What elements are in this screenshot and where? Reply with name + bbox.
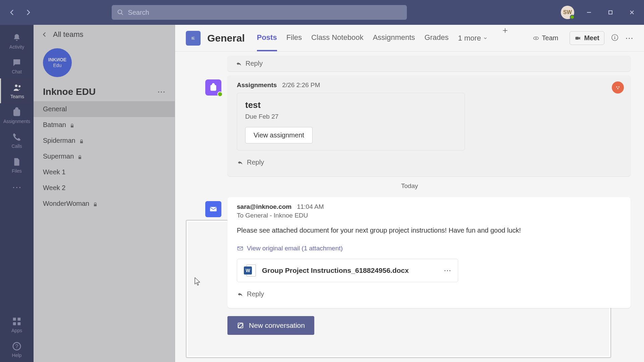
svg-rect-15 (80, 141, 83, 143)
channel-week-2[interactable]: Week 2 (34, 180, 175, 196)
assignment-avatar (205, 79, 221, 96)
tab-grades[interactable]: Grades (424, 25, 448, 51)
svg-rect-16 (78, 157, 81, 159)
reply-button[interactable]: Reply (237, 155, 621, 170)
presence-indicator (217, 92, 223, 97)
new-conversation-button[interactable]: New conversation (227, 316, 314, 335)
titlebar: Search SW (0, 0, 644, 25)
message-author: Assignments (237, 81, 277, 89)
chevron-left-icon (42, 32, 48, 38)
svg-point-6 (15, 84, 17, 87)
nav-back-button[interactable] (5, 6, 19, 19)
messages-list: Reply Assignments 2/26 2:26 PM test (175, 52, 644, 362)
assignment-due: Due Feb 27 (245, 113, 457, 120)
svg-point-27 (619, 86, 620, 87)
channel-label: General (43, 105, 67, 113)
team-avatar[interactable]: INKИOE Edu (43, 48, 72, 77)
phone-icon (12, 132, 22, 142)
svg-point-21 (535, 38, 536, 39)
compose-icon (237, 322, 244, 329)
lock-icon (77, 154, 83, 159)
tab-class-notebook[interactable]: Class Notebook (311, 25, 363, 51)
svg-rect-17 (94, 204, 97, 206)
info-icon (611, 34, 619, 41)
file-icon (12, 157, 22, 167)
help-icon: ? (12, 341, 22, 351)
content-area: IE General Posts Files Class Notebook As… (175, 25, 644, 362)
team-button[interactable]: Team (528, 32, 563, 45)
tab-files[interactable]: Files (286, 25, 302, 51)
rail-help[interactable]: ? Help (0, 337, 34, 362)
info-button[interactable] (611, 34, 619, 43)
assignment-card[interactable]: test Due Feb 27 View assignment (237, 93, 465, 150)
channel-label: Spiderman (43, 137, 75, 144)
channel-week-1[interactable]: Week 1 (34, 164, 175, 180)
channel-batman[interactable]: Batman (34, 117, 175, 133)
minimize-button[interactable] (582, 6, 596, 19)
envelope-icon (209, 205, 218, 214)
svg-rect-14 (71, 125, 73, 127)
close-button[interactable] (625, 6, 639, 19)
tab-posts[interactable]: Posts (257, 25, 277, 51)
tab-assignments[interactable]: Assignments (373, 25, 415, 51)
svg-text:?: ? (15, 343, 18, 349)
attachment-card[interactable]: W Group Project Instructions_618824956.d… (237, 259, 458, 282)
view-assignment-button[interactable]: View assignment (245, 127, 313, 143)
search-input[interactable]: Search (112, 5, 407, 20)
svg-rect-29 (210, 207, 217, 212)
rail-calls[interactable]: Calls (0, 128, 34, 153)
channel-title: General (207, 33, 245, 44)
chat-icon (12, 58, 22, 68)
email-from: sara@inknoe.com (237, 203, 291, 210)
tab-more[interactable]: 1 more (458, 25, 488, 51)
lock-icon (79, 138, 84, 143)
meet-button[interactable]: Meet (570, 31, 604, 45)
svg-point-0 (118, 10, 122, 14)
channel-wonderwoman[interactable]: WonderWoman (34, 196, 175, 212)
channel-label: Superman (43, 153, 74, 160)
reply-button[interactable]: Reply (227, 56, 631, 71)
svg-rect-8 (13, 318, 16, 321)
channel-superman[interactable]: Superman (34, 148, 175, 164)
teams-icon (12, 82, 22, 93)
lock-icon (69, 122, 75, 128)
rail-chat[interactable]: Chat (0, 54, 34, 78)
reply-button[interactable]: Reply (237, 286, 621, 302)
attachment-more-button[interactable]: ⋯ (444, 266, 451, 275)
rail-apps[interactable]: Apps (0, 312, 34, 337)
word-doc-icon: W (244, 264, 256, 277)
svg-rect-11 (18, 322, 21, 325)
email-to: To General - Inknoe EDU (237, 212, 621, 219)
email-body: Please see attached document for your ne… (237, 225, 621, 235)
rail-teams[interactable]: Teams (0, 78, 34, 103)
sidebar: All teams INKИOE Edu Inknoe EDU ⋯ Genera… (34, 25, 175, 362)
svg-rect-9 (18, 318, 21, 321)
apps-icon (12, 316, 22, 326)
bell-icon (12, 33, 22, 43)
svg-rect-10 (13, 322, 16, 325)
rail-assignments[interactable]: Assignments (0, 103, 34, 128)
eye-icon (533, 35, 539, 42)
reply-icon (237, 291, 244, 298)
rail-more[interactable]: ⋯ (12, 178, 21, 197)
message-time: 2/26 2:26 PM (282, 81, 320, 89)
channel-header: IE General Posts Files Class Notebook As… (175, 25, 644, 52)
nav-forward-button[interactable] (21, 6, 35, 19)
date-separator: Today (189, 176, 631, 193)
svg-point-26 (616, 86, 617, 87)
maximize-button[interactable] (604, 6, 617, 19)
email-time: 11:04 AM (297, 203, 324, 210)
rail-files[interactable]: Files (0, 153, 34, 178)
rail-activity[interactable]: Activity (0, 29, 34, 54)
add-tab-button[interactable] (500, 25, 511, 36)
channel-spiderman[interactable]: Spiderman (34, 133, 175, 148)
backpack-icon (209, 83, 218, 92)
svg-rect-25 (614, 37, 615, 39)
user-avatar[interactable]: SW (561, 6, 574, 19)
team-more-button[interactable]: ⋯ (157, 87, 165, 97)
all-teams-link[interactable]: All teams (34, 30, 175, 46)
assignment-title: test (245, 100, 457, 110)
header-more-button[interactable]: ⋯ (625, 34, 633, 43)
view-original-email-link[interactable]: View original email (1 attachment) (237, 245, 621, 252)
channel-general[interactable]: General (34, 101, 175, 117)
